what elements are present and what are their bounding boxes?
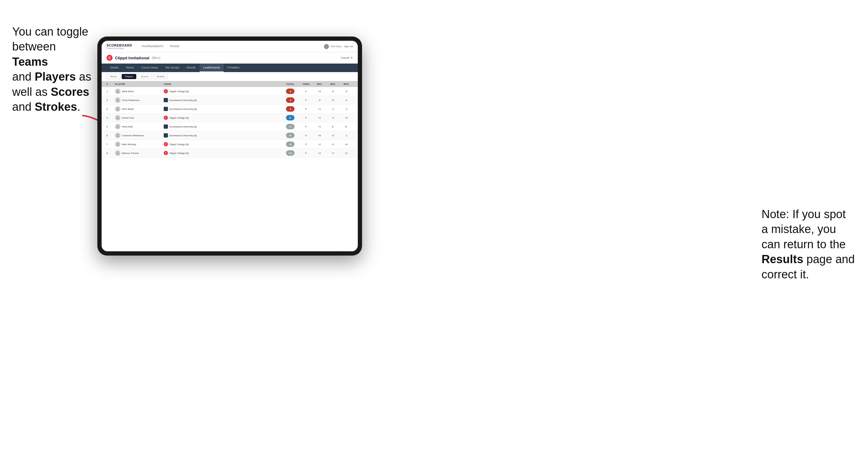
rd2: +1 — [326, 143, 340, 146]
player-name: Rich Butler — [122, 108, 134, 111]
thru: F — [299, 99, 313, 102]
total-cell: +8 — [281, 142, 299, 147]
player-name: Cameron Robertson — [122, 134, 144, 137]
player-name: Chris Robertson — [122, 99, 140, 102]
cancel-button[interactable]: Cancel ✕ — [341, 56, 353, 59]
player-cell: Chris Robertson — [115, 97, 164, 103]
top-nav: SCOREBOARD Powered by clippd TOURNAMENTS… — [102, 41, 358, 52]
avatar — [115, 97, 121, 103]
right-annotation: Note: If you spot a mistake, you can ret… — [762, 207, 859, 282]
sub-tab-players[interactable]: Players — [122, 74, 136, 79]
table-row: 4 David Ford C Clippd College [A] E F +1… — [102, 114, 358, 122]
player-name: Marcus Turners — [122, 152, 139, 155]
svg-point-6 — [117, 134, 119, 135]
team-name: Clippd College [A] — [169, 117, 189, 119]
sub-tab-strokes[interactable]: Strokes — [153, 74, 168, 79]
total-cell: +6 — [281, 133, 299, 138]
nav-teams[interactable]: TEAMS — [166, 41, 183, 52]
rank: 1 — [106, 90, 115, 93]
user-icon: U — [324, 44, 329, 49]
tab-course-setup[interactable]: Course Setup — [137, 64, 161, 72]
rank: 4 — [106, 117, 115, 119]
rd1: +2 — [313, 152, 326, 155]
rd2: E — [326, 125, 340, 128]
team-cell: C Clippd College [A] — [164, 89, 281, 93]
total-cell: +1 — [281, 124, 299, 129]
tournament-gender: (Men) — [152, 56, 161, 60]
thru: F — [299, 117, 313, 119]
score-badge: E — [286, 115, 294, 121]
svg-point-8 — [117, 152, 119, 153]
tablet-screen: SCOREBOARD Powered by clippd TOURNAMENTS… — [102, 41, 358, 251]
rd3: -1 — [340, 134, 353, 137]
rd2: -2 — [326, 108, 340, 111]
team-name: Scoreboard University [A] — [169, 99, 197, 102]
tab-results[interactable]: Results — [183, 64, 199, 72]
total-cell: -2 — [281, 106, 299, 112]
rd1: -5 — [313, 99, 326, 102]
score-badge: -4 — [286, 97, 294, 103]
sub-tabs-bar: Teams Players Scores Strokes — [102, 72, 358, 81]
avatar — [115, 124, 121, 129]
player-cell: Cameron Robertson — [115, 133, 164, 138]
sub-tab-teams[interactable]: Teams — [106, 74, 121, 79]
tab-details[interactable]: Details — [106, 64, 122, 72]
team-cell: C Clippd College [A] — [164, 142, 281, 146]
tournament-title-row: C Clippd Invitational (Men) — [106, 55, 160, 61]
team-cell: Scoreboard University [A] — [164, 107, 281, 111]
rd3: -1 — [340, 108, 353, 111]
thru: F — [299, 90, 313, 93]
total-cell: -4 — [281, 97, 299, 103]
player-cell: Elliot Ebert — [115, 89, 164, 94]
nav-links: TOURNAMENTS TEAMS — [138, 41, 324, 52]
total-cell: E — [281, 115, 299, 121]
thru: F — [299, 152, 313, 155]
tournament-logo: C — [106, 55, 113, 61]
rd1: +1 — [313, 117, 326, 119]
rd3: +6 — [340, 143, 353, 146]
avatar — [115, 106, 121, 112]
table-row: 1 Elliot Ebert C Clippd College [A] -8 F… — [102, 87, 358, 96]
rank: 8 — [106, 152, 115, 155]
logo-sub: Powered by clippd — [106, 47, 132, 49]
tournament-header: C Clippd Invitational (Men) Cancel ✕ — [102, 52, 358, 64]
rd3: -4 — [340, 99, 353, 102]
rank: 2 — [106, 99, 115, 102]
tablet-frame: SCOREBOARD Powered by clippd TOURNAMENTS… — [97, 36, 362, 255]
tab-tee-groups[interactable]: Tee Groups — [161, 64, 183, 72]
player-cell: Marcus Turners — [115, 150, 164, 156]
table-header: # PLAYER TEAM TOTAL THRU RD1 RD2 RD3 — [102, 81, 358, 87]
rd3: +2 — [340, 152, 353, 155]
score-badge: +6 — [286, 133, 294, 138]
player-cell: Blair McHarg — [115, 142, 164, 147]
avatar — [115, 115, 121, 121]
svg-point-2 — [117, 99, 119, 100]
table-row: 6 Cameron Robertson Scoreboard Universit… — [102, 131, 358, 140]
rank: 6 — [106, 134, 115, 137]
team-logo-sb — [164, 133, 168, 137]
team-cell: Scoreboard University [A] — [164, 133, 281, 137]
tab-teams[interactable]: Teams — [122, 64, 138, 72]
team-name: Scoreboard University [A] — [169, 108, 197, 111]
table-row: 8 Marcus Turners C Clippd College [A] +1… — [102, 149, 358, 158]
nav-tournaments[interactable]: TOURNAMENTS — [138, 41, 166, 52]
team-logo-sb — [164, 124, 168, 129]
table-row: 5 Rees Britt Scoreboard University [A] +… — [102, 122, 358, 131]
team-logo-clippd: C — [164, 89, 168, 93]
sub-tab-scores[interactable]: Scores — [137, 74, 152, 79]
nav-signout[interactable]: Sign out — [344, 45, 353, 48]
svg-point-3 — [117, 107, 119, 109]
total-cell: -8 — [281, 89, 299, 94]
tabs-bar: Details Teams Course Setup Tee Groups Re… — [102, 64, 358, 72]
rank: 3 — [106, 108, 115, 111]
total-cell: +11 — [281, 150, 299, 156]
team-name: Clippd College [A] — [169, 143, 189, 146]
tab-printables[interactable]: Printables — [224, 64, 243, 72]
tab-leaderboards[interactable]: Leaderboards — [199, 64, 224, 72]
rd1: +1 — [313, 125, 326, 128]
player-cell: David Ford — [115, 115, 164, 121]
player-name: Rees Britt — [122, 125, 133, 128]
logo-title: SCOREBOARD — [106, 44, 132, 47]
avatar — [115, 133, 121, 138]
team-name: Clippd College [A] — [169, 90, 189, 93]
